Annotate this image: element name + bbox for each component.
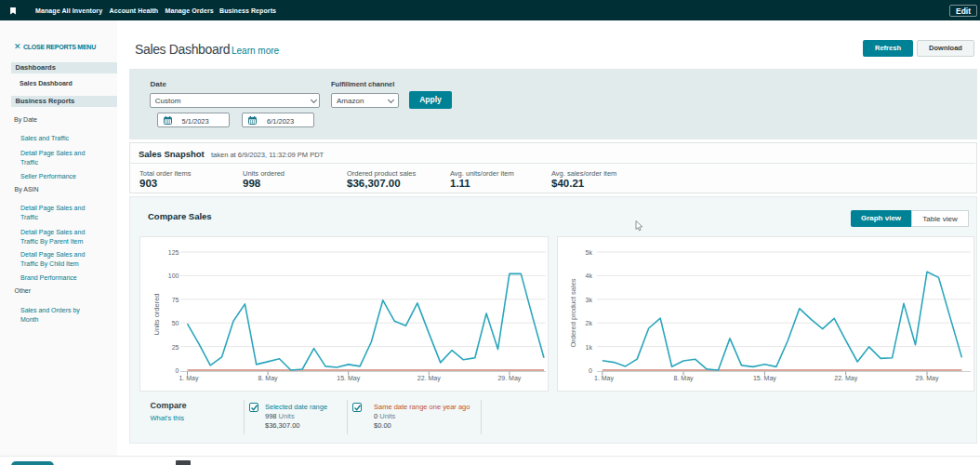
svg-text:0: 0 xyxy=(176,367,179,374)
svg-text:2k: 2k xyxy=(586,320,593,326)
svg-text:22. May: 22. May xyxy=(417,375,441,382)
svg-text:8. May: 8. May xyxy=(258,375,279,382)
svg-text:25: 25 xyxy=(172,344,179,351)
svg-text:4k: 4k xyxy=(586,272,593,279)
svg-text:Units ordered: Units ordered xyxy=(152,293,161,335)
svg-text:75: 75 xyxy=(172,297,179,303)
svg-text:15. May: 15. May xyxy=(753,375,776,382)
svg-text:29. May: 29. May xyxy=(497,375,521,382)
svg-text:8. May: 8. May xyxy=(674,375,695,382)
svg-text:29. May: 29. May xyxy=(916,375,939,382)
svg-text:1k: 1k xyxy=(586,344,593,351)
svg-text:1. May: 1. May xyxy=(594,375,615,382)
svg-text:22. May: 22. May xyxy=(834,375,857,382)
svg-text:0: 0 xyxy=(589,367,592,374)
svg-text:Ordered product sales: Ordered product sales xyxy=(569,278,577,347)
svg-text:1. May: 1. May xyxy=(179,375,199,382)
svg-text:5k: 5k xyxy=(586,249,593,256)
svg-text:50: 50 xyxy=(172,320,179,326)
svg-text:3k: 3k xyxy=(586,297,593,303)
svg-text:125: 125 xyxy=(168,249,179,256)
svg-text:15. May: 15. May xyxy=(337,375,360,382)
svg-text:100: 100 xyxy=(168,272,179,279)
